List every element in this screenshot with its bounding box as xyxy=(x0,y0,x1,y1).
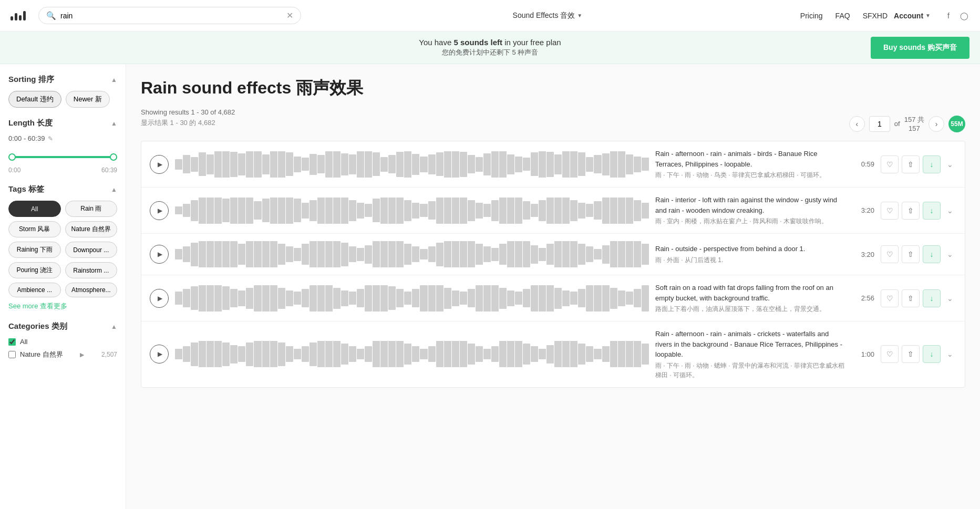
expand-button-3[interactable]: ⌄ xyxy=(944,248,956,261)
account-dropdown[interactable]: Account ▼ xyxy=(894,12,931,20)
share-button-2[interactable]: ⇧ xyxy=(902,202,920,220)
wave-bar xyxy=(365,245,372,264)
facebook-icon[interactable]: f xyxy=(943,11,954,21)
wave-bar xyxy=(341,290,348,306)
categories-header: Categories 类别 ▲ xyxy=(8,321,117,331)
play-button-5[interactable]: ▶ xyxy=(150,345,169,363)
tag-all[interactable]: All xyxy=(8,201,61,217)
slider-thumb-max[interactable] xyxy=(110,153,117,161)
share-button-3[interactable]: ⇧ xyxy=(902,245,920,263)
favorite-button-1[interactable]: ♡ xyxy=(881,155,899,173)
wave-bar xyxy=(491,346,499,362)
wave-bar xyxy=(626,292,633,305)
wave-bar xyxy=(175,206,182,214)
favorite-button-4[interactable]: ♡ xyxy=(881,289,899,307)
sort-default-button[interactable]: Default 违约 xyxy=(8,91,61,108)
share-button-4[interactable]: ⇧ xyxy=(902,289,920,307)
length-title: Length 长度 xyxy=(8,118,53,128)
wave-bar xyxy=(586,157,593,172)
wave-bar xyxy=(436,285,443,311)
category-nature-checkbox[interactable] xyxy=(8,351,16,358)
close-icon[interactable]: ✕ xyxy=(286,11,293,20)
wave-bar xyxy=(507,154,514,174)
edit-length-icon[interactable]: ✎ xyxy=(48,135,53,142)
expand-button-2[interactable]: ⌄ xyxy=(944,204,956,217)
wave-bar xyxy=(499,288,507,309)
wave-bar xyxy=(214,151,222,178)
sound-effects-dropdown[interactable]: Sound Effects 音效 ▼ xyxy=(507,7,589,25)
page-next-button[interactable]: › xyxy=(929,116,944,132)
collapse-tags-icon[interactable]: ▲ xyxy=(111,186,117,193)
wave-bar xyxy=(634,200,641,221)
collapse-length-icon[interactable]: ▲ xyxy=(111,120,117,127)
favorite-button-2[interactable]: ♡ xyxy=(881,202,899,220)
wave-bar xyxy=(278,151,285,178)
tag-rain[interactable]: Rain 雨 xyxy=(65,201,118,217)
play-button-1[interactable]: ▶ xyxy=(150,155,169,174)
page-number-input[interactable] xyxy=(869,116,890,132)
play-button-4[interactable]: ▶ xyxy=(150,289,169,308)
range-labels: 0:00 60:39 xyxy=(8,167,117,174)
favorite-button-5[interactable]: ♡ xyxy=(881,345,899,363)
tag-pouring[interactable]: Pouring 浇注 xyxy=(8,262,61,278)
slider-thumb-min[interactable] xyxy=(8,153,16,161)
wave-bar xyxy=(610,288,617,309)
nav-pricing[interactable]: Pricing xyxy=(794,7,829,24)
wave-bar xyxy=(562,341,570,367)
sound-actions-3: ♡⇧↓⌄ xyxy=(881,245,956,263)
share-button-5[interactable]: ⇧ xyxy=(902,345,920,363)
chevron-down-icon: ▼ xyxy=(577,13,582,18)
download-button-5[interactable]: ↓ xyxy=(923,345,941,363)
tag-downpour[interactable]: Downpour ... xyxy=(65,242,118,258)
tag-raining[interactable]: Raining 下雨 xyxy=(8,242,61,258)
tag-ambience[interactable]: Ambience ... xyxy=(8,283,61,297)
wave-bar xyxy=(460,341,467,367)
tag-storm[interactable]: Storm 风暴 xyxy=(8,221,61,237)
user-avatar[interactable]: 55M xyxy=(948,116,965,132)
logo[interactable] xyxy=(11,11,26,20)
wave-bar xyxy=(554,198,562,224)
expand-nature-icon[interactable]: ▶ xyxy=(80,351,84,358)
download-button-4[interactable]: ↓ xyxy=(923,289,941,307)
download-button-1[interactable]: ↓ xyxy=(923,155,941,173)
see-more-link[interactable]: See more 查看更多 xyxy=(8,302,117,311)
wave-bar xyxy=(452,151,459,178)
instagram-icon[interactable]: ◯ xyxy=(959,11,969,21)
wave-bar xyxy=(562,290,570,306)
wave-bar xyxy=(562,151,570,178)
tag-rainstorm[interactable]: Rainstorm ... xyxy=(65,262,118,278)
buy-sounds-button[interactable]: Buy sounds 购买声音 xyxy=(871,37,969,59)
expand-button-4[interactable]: ⌄ xyxy=(944,292,956,305)
share-button-1[interactable]: ⇧ xyxy=(902,155,920,173)
wave-bar xyxy=(546,345,554,363)
download-icon: ↓ xyxy=(930,294,934,303)
download-button-2[interactable]: ↓ xyxy=(923,202,941,220)
sound-item-2: ▶Rain - interior - loft with rain agains… xyxy=(141,188,965,234)
nav-sfxhd[interactable]: SFXHD xyxy=(857,7,894,24)
wave-bar xyxy=(333,288,341,309)
wave-bar xyxy=(404,244,411,265)
nav-faq[interactable]: FAQ xyxy=(829,7,857,24)
expand-button-1[interactable]: ⌄ xyxy=(944,158,956,171)
sound-item-3: ▶Rain - outside - perspective from behin… xyxy=(141,234,965,275)
expand-button-5[interactable]: ⌄ xyxy=(944,348,956,360)
category-all-checkbox[interactable] xyxy=(8,338,16,346)
collapse-sorting-icon[interactable]: ▲ xyxy=(111,76,117,84)
wave-bar xyxy=(444,241,451,267)
play-button-3[interactable]: ▶ xyxy=(150,245,169,264)
search-input[interactable] xyxy=(60,12,282,20)
sort-newer-button[interactable]: Newer 新 xyxy=(66,91,110,108)
wave-bar xyxy=(183,155,190,173)
download-button-3[interactable]: ↓ xyxy=(923,245,941,263)
sound-duration-4: 2:56 xyxy=(851,294,874,302)
play-button-2[interactable]: ▶ xyxy=(150,201,169,220)
tag-nature[interactable]: Nature 自然界 xyxy=(65,221,118,237)
sound-meta-4: Soft rain on a road with fat drops falli… xyxy=(655,283,844,314)
collapse-categories-icon[interactable]: ▲ xyxy=(111,323,117,330)
favorite-button-3[interactable]: ♡ xyxy=(881,245,899,263)
wave-bar xyxy=(175,159,182,170)
tag-atmosphere...[interactable]: Atmosphere... xyxy=(65,283,118,297)
wave-bar xyxy=(333,198,341,224)
wave-bar xyxy=(452,241,459,267)
page-prev-button[interactable]: ‹ xyxy=(849,116,865,132)
